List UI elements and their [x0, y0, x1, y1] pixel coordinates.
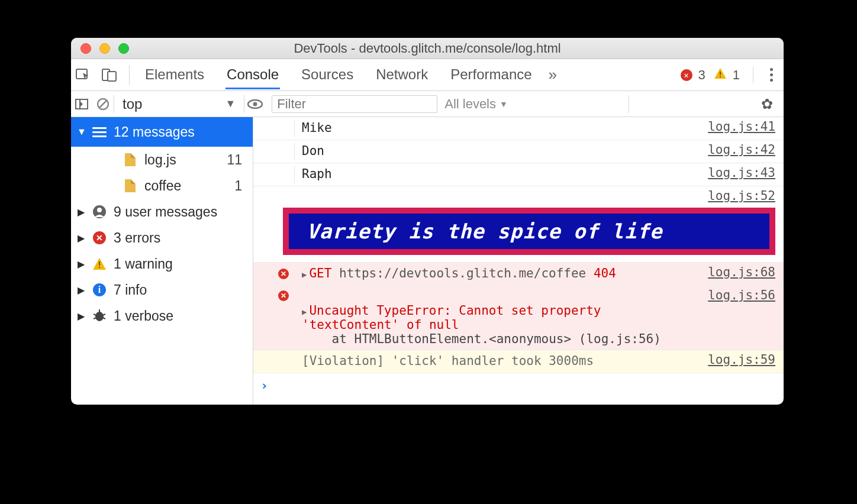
console-prompt[interactable]: ›: [253, 373, 784, 398]
source-link[interactable]: log.js:41: [701, 119, 775, 134]
console-sidebar: ▼ 12 messages ▶ log.js 11 ▶ coffee 1 ▶: [71, 117, 253, 405]
svg-rect-6: [76, 99, 80, 109]
divider: [129, 65, 130, 85]
log-row-styled[interactable]: log.js:52 Variety is the spice of life: [253, 186, 784, 263]
stack-source-link[interactable]: log.js:56: [586, 332, 653, 346]
sidebar-file-name: log.js: [144, 152, 176, 168]
live-expression-icon[interactable]: [244, 91, 266, 117]
tab-elements[interactable]: Elements: [144, 60, 205, 89]
list-icon: [92, 127, 107, 137]
devtools-window: DevTools - devtools.glitch.me/console/lo…: [71, 38, 784, 405]
sidebar-item-label: 9 user messages: [114, 204, 217, 220]
device-toggle-icon[interactable]: [102, 69, 117, 82]
info-icon: i: [93, 283, 106, 296]
divider: [629, 95, 629, 113]
log-level-selector[interactable]: All levels ▼: [444, 96, 508, 112]
log-message: Don: [295, 143, 701, 159]
error-line1: Uncaught TypeError: Cannot set property: [309, 303, 601, 318]
sidebar-item-label: 1 verbose: [114, 308, 173, 324]
svg-rect-12: [99, 261, 100, 266]
log-row[interactable]: Raph log.js:43: [253, 163, 784, 186]
log-row-type-error[interactable]: ✕ ▶Uncaught TypeError: Cannot set proper…: [253, 286, 784, 350]
log-message: Mike: [295, 119, 701, 136]
tab-sources[interactable]: Sources: [300, 60, 355, 89]
error-icon: ✕: [278, 290, 289, 301]
violation-message: [Violation] 'click' handler took 3000ms: [295, 353, 701, 369]
stack-suffix: ): [653, 332, 661, 346]
tab-performance[interactable]: Performance: [449, 60, 533, 89]
svg-rect-13: [99, 267, 100, 268]
chevron-right-icon: ▶: [77, 259, 85, 270]
sidebar-errors[interactable]: ▶ ✕ 3 errors: [71, 225, 253, 251]
log-row[interactable]: Don log.js:42: [253, 140, 784, 163]
sidebar-file-name: coffee: [144, 178, 181, 194]
source-link[interactable]: log.js:52: [701, 189, 775, 203]
source-link[interactable]: log.js:68: [701, 265, 775, 279]
sidebar-toggle-icon[interactable]: [71, 91, 92, 117]
file-icon: [125, 179, 136, 192]
svg-point-11: [97, 208, 102, 212]
http-method: GET: [309, 266, 331, 280]
log-row[interactable]: Mike log.js:41: [253, 117, 784, 140]
stack-prefix: at HTMLButtonElement.<anonymous> (: [302, 332, 586, 346]
source-link[interactable]: log.js:56: [701, 288, 775, 302]
sidebar-file-item[interactable]: ▶ log.js 11: [71, 147, 253, 173]
error-icon: ✕: [93, 231, 106, 244]
error-line2: 'textContent' of null: [302, 318, 459, 332]
warning-icon: [92, 257, 107, 271]
context-value: top: [123, 96, 142, 112]
clear-console-icon[interactable]: [92, 91, 114, 117]
sidebar-info[interactable]: ▶ i 7 info: [71, 277, 253, 303]
request-url[interactable]: https://devtools.glitch.me/coffee: [339, 266, 586, 280]
console-filterbar: top ▼ All levels ▼ ✿: [71, 91, 784, 117]
sidebar-verbose[interactable]: ▶ 1 verbose: [71, 303, 253, 329]
log-level-label: All levels: [444, 96, 496, 112]
svg-line-8: [99, 101, 107, 108]
chevron-right-icon: ▶: [77, 206, 85, 218]
chevron-right-icon: ▶: [77, 285, 85, 296]
inspect-icon[interactable]: [76, 69, 91, 82]
context-selector[interactable]: top ▼: [114, 96, 244, 112]
sidebar-all-messages[interactable]: ▼ 12 messages: [71, 117, 253, 147]
devtools-toolbar: Elements Console Sources Network Perform…: [71, 59, 784, 91]
http-status: 404: [594, 266, 616, 280]
console-output[interactable]: Mike log.js:41 Don log.js:42 Raph log.js…: [253, 117, 784, 405]
user-icon: [93, 205, 106, 218]
kebab-menu-icon[interactable]: [764, 66, 779, 84]
gear-icon[interactable]: ✿: [750, 96, 784, 112]
sidebar-warnings[interactable]: ▶ 1 warning: [71, 251, 253, 277]
bug-icon: [92, 309, 107, 323]
sidebar-file-item[interactable]: ▶ coffee 1: [71, 173, 253, 199]
chevron-down-icon: ▼: [77, 127, 85, 137]
sidebar-header-label: 12 messages: [114, 124, 195, 140]
sidebar-item-label: 1 warning: [114, 256, 173, 272]
warning-count: 1: [733, 67, 740, 83]
sidebar-user-messages[interactable]: ▶ 9 user messages: [71, 199, 253, 225]
tab-console[interactable]: Console: [225, 60, 280, 89]
svg-rect-3: [720, 72, 721, 75]
divider: [753, 67, 753, 83]
window-title: DevTools - devtools.glitch.me/console/lo…: [71, 41, 784, 56]
titlebar: DevTools - devtools.glitch.me/console/lo…: [71, 38, 784, 59]
chevron-down-icon: ▼: [500, 99, 508, 109]
log-row-network-error[interactable]: ✕ ▶GET https://devtools.glitch.me/coffee…: [253, 263, 784, 286]
sidebar-file-count: 1: [234, 178, 253, 194]
error-icon: ✕: [278, 269, 289, 279]
chevron-right-icon[interactable]: ▶: [302, 307, 309, 316]
sidebar-item-label: 3 errors: [114, 230, 160, 246]
warning-badge-icon[interactable]: [714, 67, 727, 83]
styled-log-message: Variety is the spice of life: [283, 208, 775, 255]
source-link[interactable]: log.js:59: [701, 353, 775, 367]
source-link[interactable]: log.js:42: [701, 143, 775, 157]
prompt-indicator-icon: ›: [260, 378, 268, 393]
filter-input[interactable]: [272, 95, 437, 113]
more-tabs-icon[interactable]: »: [549, 66, 557, 84]
chevron-right-icon[interactable]: ▶: [302, 270, 309, 279]
log-row-violation[interactable]: [Violation] 'click' handler took 3000ms …: [253, 350, 784, 373]
error-badge-icon[interactable]: ✕: [681, 69, 692, 81]
chevron-down-icon: ▼: [225, 98, 236, 110]
tab-network[interactable]: Network: [375, 60, 429, 89]
source-link[interactable]: log.js:43: [701, 166, 775, 180]
svg-point-10: [253, 102, 257, 106]
svg-rect-4: [720, 76, 721, 77]
